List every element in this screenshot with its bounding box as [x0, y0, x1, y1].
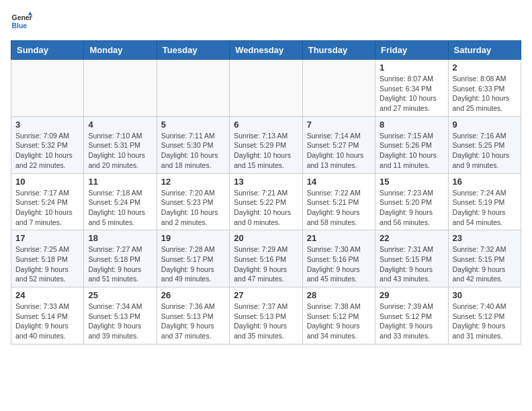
- calendar-day-cell: 16Sunrise: 7:24 AMSunset: 5:19 PMDayligh…: [448, 173, 521, 230]
- header: General Blue: [11, 11, 521, 32]
- day-info: Sunrise: 7:39 AMSunset: 5:12 PMDaylight:…: [380, 302, 443, 341]
- logo: General Blue: [11, 11, 16, 32]
- day-number: 28: [307, 290, 371, 300]
- calendar-day-cell: 26Sunrise: 7:36 AMSunset: 5:13 PMDayligh…: [157, 287, 229, 345]
- day-info: Sunrise: 7:23 AMSunset: 5:20 PMDaylight:…: [380, 188, 443, 228]
- logo-icon: General Blue: [11, 11, 32, 32]
- day-number: 4: [88, 120, 152, 130]
- dow-header: Thursday: [302, 41, 375, 60]
- calendar-day-cell: 1Sunrise: 8:07 AMSunset: 6:34 PMDaylight…: [375, 60, 448, 117]
- calendar-week-row: 3Sunrise: 7:09 AMSunset: 5:32 PMDaylight…: [11, 116, 521, 173]
- day-info: Sunrise: 7:36 AMSunset: 5:13 PMDaylight:…: [161, 302, 225, 341]
- day-info: Sunrise: 7:09 AMSunset: 5:32 PMDaylight:…: [15, 131, 79, 171]
- day-number: 22: [380, 233, 443, 243]
- day-number: 2: [453, 62, 517, 73]
- day-info: Sunrise: 7:10 AMSunset: 5:31 PMDaylight:…: [88, 131, 152, 171]
- calendar-day-cell: 3Sunrise: 7:09 AMSunset: 5:32 PMDaylight…: [11, 116, 84, 173]
- day-info: Sunrise: 7:21 AMSunset: 5:22 PMDaylight:…: [234, 188, 298, 228]
- day-info: Sunrise: 7:38 AMSunset: 5:12 PMDaylight:…: [307, 302, 371, 341]
- calendar-body: 1Sunrise: 8:07 AMSunset: 6:34 PMDaylight…: [11, 60, 521, 345]
- day-number: 26: [161, 290, 225, 300]
- calendar-day-cell: 8Sunrise: 7:15 AMSunset: 5:26 PMDaylight…: [375, 116, 448, 173]
- calendar-day-cell: 7Sunrise: 7:14 AMSunset: 5:27 PMDaylight…: [302, 116, 375, 173]
- day-number: 12: [161, 177, 225, 187]
- day-info: Sunrise: 7:18 AMSunset: 5:24 PMDaylight:…: [88, 188, 152, 228]
- day-number: 21: [307, 233, 371, 243]
- day-info: Sunrise: 7:31 AMSunset: 5:15 PMDaylight:…: [380, 244, 443, 284]
- calendar-day-cell: 15Sunrise: 7:23 AMSunset: 5:20 PMDayligh…: [375, 173, 448, 230]
- svg-marker-2: [28, 12, 32, 15]
- calendar-day-cell: 19Sunrise: 7:28 AMSunset: 5:17 PMDayligh…: [157, 230, 229, 287]
- dow-header: Tuesday: [157, 41, 229, 60]
- day-info: Sunrise: 7:22 AMSunset: 5:21 PMDaylight:…: [307, 188, 371, 228]
- dow-header: Saturday: [448, 41, 521, 60]
- calendar-day-cell: 28Sunrise: 7:38 AMSunset: 5:12 PMDayligh…: [302, 287, 375, 345]
- calendar-day-cell: 17Sunrise: 7:25 AMSunset: 5:18 PMDayligh…: [11, 230, 84, 287]
- day-info: Sunrise: 7:37 AMSunset: 5:13 PMDaylight:…: [234, 302, 298, 341]
- day-number: 14: [307, 177, 371, 187]
- day-info: Sunrise: 7:29 AMSunset: 5:16 PMDaylight:…: [234, 244, 298, 284]
- day-number: 9: [453, 120, 517, 130]
- day-number: 3: [15, 120, 79, 130]
- day-number: 25: [88, 290, 152, 300]
- calendar-day-cell: 9Sunrise: 7:16 AMSunset: 5:25 PMDaylight…: [448, 116, 521, 173]
- day-info: Sunrise: 7:30 AMSunset: 5:16 PMDaylight:…: [307, 244, 371, 284]
- day-number: 7: [307, 120, 371, 130]
- calendar-day-cell: 30Sunrise: 7:40 AMSunset: 5:12 PMDayligh…: [448, 287, 521, 345]
- day-number: 1: [380, 62, 443, 73]
- day-info: Sunrise: 7:28 AMSunset: 5:17 PMDaylight:…: [161, 244, 225, 284]
- calendar-day-cell: 6Sunrise: 7:13 AMSunset: 5:29 PMDaylight…: [230, 116, 302, 173]
- day-number: 15: [380, 177, 443, 187]
- day-info: Sunrise: 7:14 AMSunset: 5:27 PMDaylight:…: [307, 131, 371, 171]
- calendar-day-cell: 20Sunrise: 7:29 AMSunset: 5:16 PMDayligh…: [230, 230, 302, 287]
- calendar-day-cell: 27Sunrise: 7:37 AMSunset: 5:13 PMDayligh…: [230, 287, 302, 345]
- day-number: 18: [88, 233, 152, 243]
- day-info: Sunrise: 7:32 AMSunset: 5:15 PMDaylight:…: [453, 244, 517, 284]
- calendar-week-row: 17Sunrise: 7:25 AMSunset: 5:18 PMDayligh…: [11, 230, 521, 287]
- day-of-week-row: SundayMondayTuesdayWednesdayThursdayFrid…: [11, 41, 521, 60]
- day-info: Sunrise: 7:27 AMSunset: 5:18 PMDaylight:…: [88, 244, 152, 284]
- calendar-day-cell: 22Sunrise: 7:31 AMSunset: 5:15 PMDayligh…: [375, 230, 448, 287]
- dow-header: Sunday: [11, 41, 84, 60]
- day-info: Sunrise: 7:16 AMSunset: 5:25 PMDaylight:…: [453, 131, 517, 171]
- day-info: Sunrise: 7:15 AMSunset: 5:26 PMDaylight:…: [380, 131, 443, 171]
- calendar-day-cell: [157, 60, 229, 117]
- day-info: Sunrise: 7:40 AMSunset: 5:12 PMDaylight:…: [453, 302, 517, 341]
- day-number: 13: [234, 177, 298, 187]
- day-info: Sunrise: 7:33 AMSunset: 5:14 PMDaylight:…: [15, 302, 79, 341]
- day-number: 24: [15, 290, 79, 300]
- calendar-day-cell: [302, 60, 375, 117]
- calendar-day-cell: 29Sunrise: 7:39 AMSunset: 5:12 PMDayligh…: [375, 287, 448, 345]
- day-number: 30: [453, 290, 517, 300]
- day-number: 27: [234, 290, 298, 300]
- calendar-day-cell: 14Sunrise: 7:22 AMSunset: 5:21 PMDayligh…: [302, 173, 375, 230]
- day-number: 10: [15, 177, 79, 187]
- dow-header: Wednesday: [230, 41, 302, 60]
- calendar-week-row: 1Sunrise: 8:07 AMSunset: 6:34 PMDaylight…: [11, 60, 521, 117]
- calendar-day-cell: 11Sunrise: 7:18 AMSunset: 5:24 PMDayligh…: [84, 173, 157, 230]
- calendar-week-row: 10Sunrise: 7:17 AMSunset: 5:24 PMDayligh…: [11, 173, 521, 230]
- day-number: 20: [234, 233, 298, 243]
- calendar-day-cell: 21Sunrise: 7:30 AMSunset: 5:16 PMDayligh…: [302, 230, 375, 287]
- day-info: Sunrise: 8:08 AMSunset: 6:33 PMDaylight:…: [453, 74, 517, 113]
- day-info: Sunrise: 7:13 AMSunset: 5:29 PMDaylight:…: [234, 131, 298, 171]
- day-info: Sunrise: 7:34 AMSunset: 5:13 PMDaylight:…: [88, 302, 152, 341]
- calendar-day-cell: 4Sunrise: 7:10 AMSunset: 5:31 PMDaylight…: [84, 116, 157, 173]
- day-info: Sunrise: 7:17 AMSunset: 5:24 PMDaylight:…: [15, 188, 79, 228]
- calendar-day-cell: 24Sunrise: 7:33 AMSunset: 5:14 PMDayligh…: [11, 287, 84, 345]
- dow-header: Friday: [375, 41, 448, 60]
- day-info: Sunrise: 7:20 AMSunset: 5:23 PMDaylight:…: [161, 188, 225, 228]
- svg-text:Blue: Blue: [12, 22, 28, 30]
- day-number: 6: [234, 120, 298, 130]
- day-number: 5: [161, 120, 225, 130]
- day-number: 17: [15, 233, 79, 243]
- calendar-day-cell: [230, 60, 302, 117]
- day-info: Sunrise: 8:07 AMSunset: 6:34 PMDaylight:…: [380, 74, 443, 113]
- calendar-day-cell: 12Sunrise: 7:20 AMSunset: 5:23 PMDayligh…: [157, 173, 229, 230]
- calendar-day-cell: 23Sunrise: 7:32 AMSunset: 5:15 PMDayligh…: [448, 230, 521, 287]
- day-info: Sunrise: 7:11 AMSunset: 5:30 PMDaylight:…: [161, 131, 225, 171]
- svg-text:General: General: [12, 14, 32, 21]
- day-number: 8: [380, 120, 443, 130]
- calendar-day-cell: 13Sunrise: 7:21 AMSunset: 5:22 PMDayligh…: [230, 173, 302, 230]
- calendar-day-cell: 25Sunrise: 7:34 AMSunset: 5:13 PMDayligh…: [84, 287, 157, 345]
